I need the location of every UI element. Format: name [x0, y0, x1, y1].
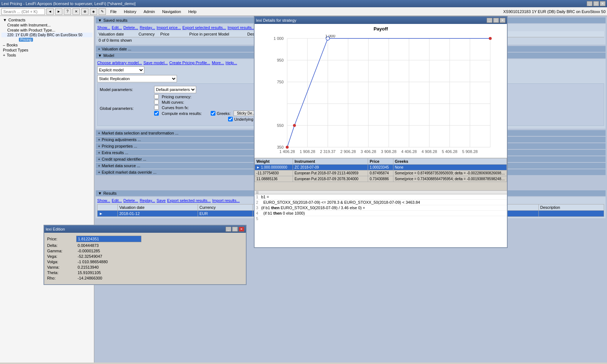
edition-vega-row: Vega: -52.32549047	[47, 254, 243, 258]
menu-navigation[interactable]: Navigation	[159, 9, 184, 15]
saved-edit-btn[interactable]: Edit...	[112, 25, 122, 30]
formula-area: 1 b1 = 2 EURO_STOXX_50(2018-07-09) <= 20…	[255, 194, 507, 247]
emd-label: Explicit market data override ...	[102, 170, 156, 174]
payoff-title: Payoff	[255, 24, 507, 34]
add-button[interactable]: ⊕	[81, 8, 88, 15]
saved-delete-btn[interactable]: Delete...	[123, 25, 138, 30]
saved-show-btn[interactable]: Show...	[97, 25, 110, 30]
saved-import-price-btn[interactable]: Import price...	[157, 25, 181, 30]
saved-export-btn[interactable]: Export selected results...	[182, 25, 226, 30]
mds-icon: +	[98, 131, 100, 135]
pin-button[interactable]: ◈	[90, 8, 97, 15]
results-replay-btn[interactable]: Replay...	[140, 198, 155, 203]
back-button[interactable]: ◄	[46, 8, 54, 15]
details-bottom: Weight Instrument Price Greeks ► 1.000.0…	[255, 158, 507, 247]
formula-text-5	[261, 216, 262, 221]
edition-price-input[interactable]: 1.81224351	[76, 236, 141, 242]
edition-content: Price: 1.81224351 Delta: 0.00444873 Gamm…	[44, 233, 246, 284]
menu-help[interactable]: Help	[185, 9, 199, 15]
sidebar-create-instrument[interactable]: Create with Instrument...	[1, 22, 92, 28]
details-close[interactable]: ✕	[500, 18, 505, 23]
results-save-btn[interactable]: Save	[157, 198, 166, 203]
contracts-expand-icon: ▼	[3, 18, 7, 22]
multi-curves-check[interactable]	[154, 100, 159, 104]
sidebar-220-item[interactable]: 220: 1Y EUR (DB) Daily BRC on EuroStoxx …	[1, 33, 92, 37]
explicit-model-select[interactable]: Explicit model	[97, 66, 144, 74]
default-params-select[interactable]: Default parameters	[154, 86, 196, 93]
title-bar-controls[interactable]: _ □ ✕	[587, 1, 606, 6]
results-export-btn[interactable]: Export selected results...	[167, 198, 211, 203]
minimize-button[interactable]: _	[587, 1, 592, 6]
menu-history[interactable]: History	[121, 9, 139, 15]
saved-import-results-btn[interactable]: Import results...	[227, 25, 255, 30]
more-btn[interactable]: More...	[212, 61, 224, 65]
svg-text:3 406.28: 3 406.28	[361, 149, 376, 154]
menu-admin[interactable]: Admin	[141, 9, 158, 15]
saved-replay-btn[interactable]: Replay...	[140, 25, 155, 30]
pricing-currency-check[interactable]	[154, 94, 159, 99]
line-num-3: 3	[256, 206, 258, 210]
choose-model-btn[interactable]: Choose arbitrary model...	[97, 61, 142, 65]
edit-nav-button[interactable]: ✎	[99, 8, 106, 15]
mdsrc-label: Market data source ...	[102, 164, 140, 168]
details-controls[interactable]: _ □ ✕	[487, 18, 505, 23]
cancel-button[interactable]: ✕	[73, 8, 80, 15]
edition-maximize[interactable]: □	[232, 227, 238, 232]
col-price-pct: Price in percent	[189, 32, 218, 36]
row-currency: EUR	[198, 211, 253, 217]
edition-vanna-value: 0.21513940	[76, 265, 100, 269]
search-bar: ◄ ► ? ✕ ⊕ ◈ ✎ File History Admin Navigat…	[0, 7, 607, 16]
global-params-label: Global parameters:	[100, 106, 154, 111]
row-valuation-date: 2018-01-12	[117, 211, 198, 217]
h-scrollbar[interactable]: |||	[255, 191, 507, 194]
weights-table: Weight Instrument Price Greeks ► 1.000.0…	[255, 158, 507, 182]
sidebar-product-types[interactable]: Product Types	[1, 47, 92, 53]
help-button[interactable]: ?	[64, 8, 71, 15]
sidebar-contracts[interactable]: ▼ Contracts	[1, 17, 92, 22]
edition-delta-row: Delta: 0.00444873	[47, 243, 243, 248]
sidebar-books[interactable]: – Books	[1, 42, 92, 47]
sidebar-tools[interactable]: + Tools	[1, 53, 92, 58]
maximize-button[interactable]: □	[593, 1, 599, 6]
underlying-dist-check[interactable]	[228, 117, 233, 121]
app-title: Lexi Pricing - LexiFi Apropos (licensed …	[1, 1, 136, 6]
edition-close[interactable]: ✕	[239, 227, 244, 232]
row-desc	[538, 211, 604, 217]
chart-point-1	[286, 146, 289, 149]
details-minimize[interactable]: _	[487, 18, 492, 23]
help-link-btn[interactable]: Help...	[226, 61, 237, 65]
create-pricing-btn[interactable]: Create Pricing Profile...	[169, 61, 210, 65]
results-import-btn[interactable]: Import results...	[212, 198, 240, 203]
col-price: Price	[160, 32, 189, 36]
edition-controls[interactable]: _ □ ✕	[226, 227, 244, 232]
forward-button[interactable]: ►	[55, 8, 62, 15]
wt-row-3[interactable]: 11.08885136 European Put 2018-07-09 2078…	[255, 176, 507, 182]
title-bar: Lexi Pricing - LexiFi Apropos (licensed …	[0, 0, 607, 7]
details-maximize[interactable]: □	[493, 18, 499, 23]
wt-row-2[interactable]: -11.37754830 European Put 2018-07-09 211…	[255, 170, 507, 176]
wt-r1-greeks: None	[393, 165, 507, 170]
edition-minimize[interactable]: _	[226, 227, 231, 232]
compute-extra-check[interactable]	[154, 111, 159, 116]
wt-r2-weight: -11.37754830	[255, 170, 293, 176]
sidebar-create-product-label: Create with Product Type...	[7, 28, 55, 32]
save-model-btn[interactable]: Save model...	[144, 61, 168, 65]
wt-col-greeks: Greeks	[393, 158, 507, 165]
greeks-check[interactable]	[211, 111, 215, 116]
static-replication-select[interactable]: Static Replication	[97, 75, 177, 82]
sidebar-create-product[interactable]: Create with Product Type...	[1, 28, 92, 33]
close-button[interactable]: ✕	[600, 1, 606, 6]
wt-row-1[interactable]: ► 1.000.00000000 ZC 2018-07-09 1.0002334…	[255, 165, 507, 170]
search-input[interactable]	[1, 8, 45, 15]
results-edit-btn[interactable]: Edit...	[112, 198, 122, 203]
edition-volga-row: Volga: -1 010.98654880	[47, 260, 243, 264]
results-show-btn[interactable]: Show...	[97, 198, 110, 203]
results-delete-btn[interactable]: Delete...	[123, 198, 138, 203]
pp-label: Pricing properties ...	[102, 144, 137, 148]
menu-file[interactable]: File	[107, 9, 120, 15]
mds-label: Market data selection and transformation…	[102, 131, 178, 135]
formula-text-3: (if b1 then EURO_STOXX_50(2018-07-09) / …	[261, 206, 365, 210]
svg-text:1 000: 1 000	[325, 35, 335, 38]
tools-expand-icon: +	[3, 53, 5, 57]
curves-fx-check[interactable]	[154, 105, 159, 110]
